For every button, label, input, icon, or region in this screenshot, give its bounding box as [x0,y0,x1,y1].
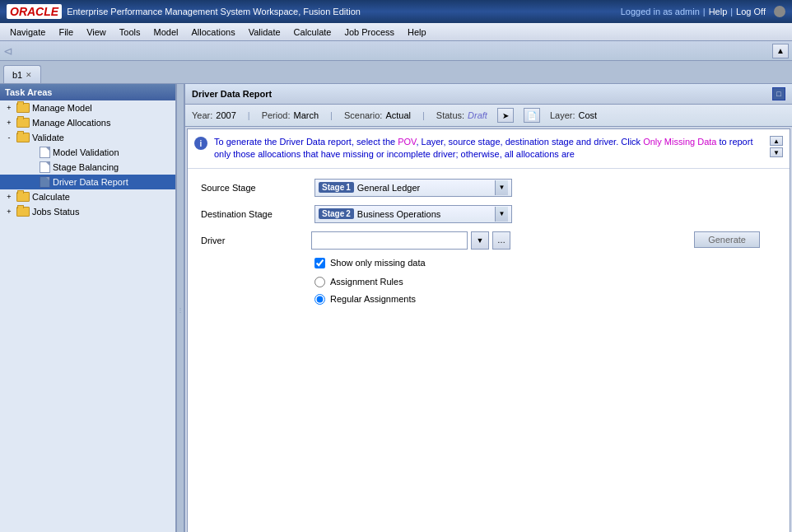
menu-item-calculate[interactable]: Calculate [287,26,338,39]
oracle-text: ORACLE [7,4,62,19]
sidebar-label-stage-balancing: Stage Balancing [53,162,119,172]
expand-icon-4 [26,147,38,158]
source-stage-arrow[interactable]: ▼ [495,180,508,195]
main-content: Task Areas + Manage Model + Manage Alloc… [0,84,792,532]
folder-icon [16,103,30,113]
app-title: Enterprise Performance Management System… [67,7,361,16]
info-bar: i To generate the Driver Data report, se… [188,129,790,169]
menu-item-help[interactable]: Help [401,26,433,39]
pov-nav-button[interactable]: ➤ [497,108,514,123]
regular-assignments-radio[interactable] [314,294,325,305]
oracle-logo: ORACLE Enterprise Performance Management… [7,4,361,19]
source-stage-label: Source Stage [201,183,308,193]
sidebar-item-stage-balancing[interactable]: Stage Balancing [0,160,175,175]
pov-layer: Layer: Cost [550,110,597,120]
sidebar-item-driver-data-report[interactable]: Driver Data Report [0,175,175,189]
toolbar-2: ⊲ ▲ [0,41,792,61]
help-link[interactable]: Help [709,7,728,16]
sidebar-item-manage-model[interactable]: + Manage Model [0,100,175,115]
layer-value: Cost [579,110,598,120]
sidebar-label-model-validation: Model Validation [53,147,119,157]
tab-area: b1 ✕ [0,61,792,84]
year-label: Year: [192,110,212,120]
destination-stage-select[interactable]: Stage 2 Business Operations ▼ [314,205,512,223]
show-missing-label: Show only missing data [330,258,426,268]
panel-title: Driver Data Report [192,89,272,99]
form-area: Source Stage Stage 1 General Ledger ▼ De… [188,169,790,321]
sidebar-label-calculate: Calculate [32,192,70,202]
period-value: March [294,110,319,120]
pov-period: Period: March [262,110,319,120]
separator-2: | [730,7,733,16]
expand-icon-5 [26,161,38,173]
tab-b1[interactable]: b1 ✕ [3,65,41,83]
pov-doc-button[interactable]: 📄 [524,108,540,123]
info-text-1: To generate the Driver Data report, sele… [214,137,398,147]
driver-input[interactable] [311,231,468,250]
show-missing-row: Show only missing data [201,258,510,268]
regular-assignments-row: Regular Assignments [201,294,510,305]
driver-dropdown-button[interactable]: ▼ [471,231,489,250]
source-stage-select[interactable]: Stage 1 General Ledger ▼ [314,179,512,197]
period-label: Period: [262,110,291,120]
content-area: i To generate the Driver Data report, se… [187,128,790,532]
folder-icon-3 [16,133,30,142]
menu-item-job-process[interactable]: Job Process [338,26,401,39]
generate-button[interactable]: Generate [694,231,760,248]
sidebar-label-driver-data-report: Driver Data Report [53,177,128,187]
destination-stage-badge: Stage 2 [319,208,354,219]
sidebar-item-jobs-status[interactable]: + Jobs Status [0,204,175,219]
pov-highlight: POV [398,137,416,147]
expand-icon: + [3,102,15,114]
pov-year: Year: 2007 [192,110,236,120]
sidebar-label-manage-model: Manage Model [32,103,92,113]
info-scroll-down[interactable]: ▼ [770,147,783,157]
sidebar-item-model-validation[interactable]: Model Validation [0,145,175,160]
destination-stage-arrow[interactable]: ▼ [495,207,508,222]
logoff-link[interactable]: Log Off [736,7,766,16]
driver-browse-button[interactable]: … [492,231,510,250]
sidebar-item-validate[interactable]: - Validate [0,130,175,145]
top-bar: ORACLE Enterprise Performance Management… [0,0,792,23]
menu-item-file[interactable]: File [52,26,80,39]
info-scroll-arrows: ▲ ▼ [770,136,783,161]
status-label: Status: [436,110,464,120]
sidebar-item-calculate[interactable]: + Calculate [0,189,175,204]
expand-icon-3: - [3,132,15,143]
menu-item-model[interactable]: Model [147,26,185,39]
info-scroll-up[interactable]: ▲ [770,136,783,146]
menu-item-view[interactable]: View [80,26,113,39]
maximize-button[interactable]: ▲ [772,44,789,58]
destination-stage-name: Business Operations [357,209,492,219]
scenario-value: Actual [385,110,411,120]
menu-item-tools[interactable]: Tools [113,26,147,39]
destination-stage-num: 2 [346,209,351,218]
separator-1: | [703,7,706,16]
sidebar-label-jobs-status: Jobs Status [32,207,79,217]
tab-close-icon[interactable]: ✕ [26,71,32,79]
regular-assignments-label: Regular Assignments [330,294,416,304]
logged-in-label: Logged in as admin [621,7,700,16]
assignment-rules-row: Assignment Rules [201,277,510,287]
menu-item-allocations[interactable]: Allocations [184,26,241,39]
source-stage-badge: Stage 1 [319,182,354,193]
splitter[interactable]: ⋮ [177,84,185,532]
panel-header: Driver Data Report □ [185,84,792,105]
show-missing-checkbox[interactable] [314,258,325,268]
menu-item-navigate[interactable]: Navigate [3,26,52,39]
sidebar-title: Task Areas [0,84,175,100]
expand-icon-6 [26,176,38,188]
assignment-rules-radio[interactable] [314,277,325,287]
toolbar-separator: ⊲ [3,44,13,58]
sidebar-item-manage-allocations[interactable]: + Manage Allocations [0,115,175,130]
panel-restore-button[interactable]: □ [772,87,785,100]
menu-item-validate[interactable]: Validate [242,26,287,39]
right-panel: Driver Data Report □ Year: 2007 | Period… [185,84,792,532]
year-value: 2007 [216,110,235,120]
page-icon-2 [40,161,50,173]
driver-row: Driver ▼ … [201,231,510,250]
sidebar-label-manage-allocations: Manage Allocations [32,118,110,128]
folder-icon-2 [16,118,30,128]
info-text-2: , Layer, source stage, destination stage… [416,137,643,147]
sidebar-label-validate: Validate [32,133,64,142]
